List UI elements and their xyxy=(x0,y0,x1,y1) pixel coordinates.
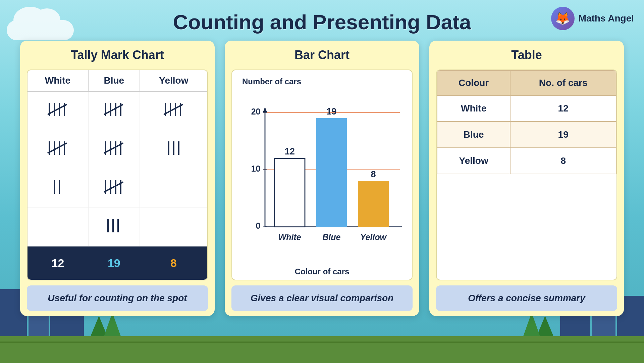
logo: 🦊 Maths Angel xyxy=(551,7,634,30)
page-title: Counting and Presenting Data xyxy=(0,10,644,34)
tally-blue-1 xyxy=(88,91,140,130)
bar-yellow xyxy=(358,181,389,227)
tally-white-2 xyxy=(28,130,88,169)
table-colour-white: White xyxy=(437,95,510,122)
tally-table: White Blue Yellow xyxy=(28,70,207,280)
barchart-panel-footer: Gives a clear visual comparison xyxy=(231,285,413,311)
tally-panel-footer: Useful for counting on the spot xyxy=(27,285,208,311)
svg-marker-39 xyxy=(263,107,267,112)
barchart-panel-body: Number of cars 0 xyxy=(231,70,413,280)
barchart-panel: Bar Chart Number of cars xyxy=(225,41,419,316)
svg-text:White: White xyxy=(278,232,301,242)
table-col-count: No. of cars xyxy=(510,71,616,95)
bar-blue xyxy=(316,119,347,227)
bar-white xyxy=(274,158,305,227)
table-panel-title: Table xyxy=(436,48,617,62)
table-row: Blue 19 xyxy=(437,122,616,148)
tally-yellow-3 xyxy=(140,169,207,208)
tally-blue-3 xyxy=(88,169,140,208)
svg-text:Yellow: Yellow xyxy=(360,232,387,242)
table-count-white: 12 xyxy=(510,95,616,122)
svg-text:12: 12 xyxy=(285,146,295,156)
table-row: White 12 xyxy=(437,95,616,122)
tally-row-4 xyxy=(28,208,207,246)
tally-row-3 xyxy=(28,169,207,208)
tally-col-yellow: Yellow xyxy=(140,70,207,91)
barchart-panel-title: Bar Chart xyxy=(231,48,413,62)
tally-total-blue: 19 xyxy=(88,246,140,279)
tally-blue-4 xyxy=(88,208,140,246)
barchart-footer-text: Gives a clear visual comparison xyxy=(238,292,406,304)
table-colour-yellow: Yellow xyxy=(437,148,510,174)
logo-text: Maths Angel xyxy=(579,13,634,24)
main-content: Tally Mark Chart White Blue Yellow xyxy=(0,41,644,316)
table-footer-text: Offers a concise summary xyxy=(443,292,610,304)
table-row: Yellow 8 xyxy=(437,148,616,174)
data-table: Colour No. of cars White 12 Blue 19 Yell… xyxy=(437,70,616,174)
tally-panel-header: Tally Mark Chart xyxy=(20,41,215,70)
table-panel-footer: Offers a concise summary xyxy=(436,285,617,311)
table-panel-header: Table xyxy=(429,41,624,70)
tally-total-row: 12 19 8 xyxy=(28,246,207,279)
table-panel-body: Colour No. of cars White 12 Blue 19 Yell… xyxy=(436,70,617,280)
tally-yellow-2 xyxy=(140,130,207,169)
tally-panel-body: White Blue Yellow xyxy=(27,70,208,280)
table-count-blue: 19 xyxy=(510,122,616,148)
page-header: Counting and Presenting Data xyxy=(0,0,644,41)
tally-panel-title: Tally Mark Chart xyxy=(27,48,208,62)
bar-chart-inner: 0 10 20 12 White xyxy=(242,90,402,265)
table-panel: Table Colour No. of cars White 12 Blue xyxy=(429,41,624,316)
tally-yellow-1 xyxy=(140,91,207,130)
tally-white-3 xyxy=(28,169,88,208)
y-axis-label: Number of cars xyxy=(242,77,402,86)
tally-total-yellow: 8 xyxy=(140,246,207,279)
bar-chart-svg: 0 10 20 12 White xyxy=(242,90,402,265)
tally-row-2 xyxy=(28,130,207,169)
svg-text:20: 20 xyxy=(251,107,261,116)
logo-icon: 🦊 xyxy=(551,7,575,30)
tally-white-1 xyxy=(28,91,88,130)
svg-text:Blue: Blue xyxy=(322,232,340,242)
tally-panel: Tally Mark Chart White Blue Yellow xyxy=(20,41,215,316)
svg-text:10: 10 xyxy=(251,164,261,173)
tally-col-white: White xyxy=(28,70,88,91)
tally-yellow-4 xyxy=(140,208,207,246)
svg-text:0: 0 xyxy=(256,221,261,230)
svg-text:19: 19 xyxy=(326,106,336,117)
tally-col-blue: Blue xyxy=(88,70,140,91)
tally-total-white: 12 xyxy=(28,246,88,279)
tally-blue-2 xyxy=(88,130,140,169)
table-colour-blue: Blue xyxy=(437,122,510,148)
table-header-row: Colour No. of cars xyxy=(437,71,616,95)
tally-footer-text: Useful for counting on the spot xyxy=(34,292,201,304)
x-axis-label: Colour of cars xyxy=(242,267,402,276)
tally-white-4 xyxy=(28,208,88,246)
tally-row-1 xyxy=(28,91,207,130)
table-col-colour: Colour xyxy=(437,71,510,95)
bar-chart-area: Number of cars 0 xyxy=(232,70,412,280)
svg-text:8: 8 xyxy=(371,169,376,179)
barchart-panel-header: Bar Chart xyxy=(225,41,419,70)
table-count-yellow: 8 xyxy=(510,148,616,174)
